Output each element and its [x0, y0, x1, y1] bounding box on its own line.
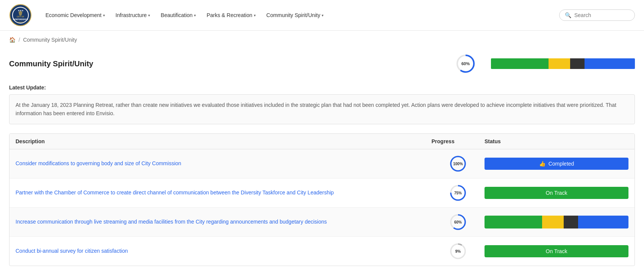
row-3-progress: 60% [431, 213, 485, 231]
row-3-status-button[interactable] [485, 216, 628, 228]
table-row: Increase communication through live stre… [9, 208, 635, 237]
breadcrumb-home[interactable]: 🏠 [9, 37, 16, 43]
row-1-description[interactable]: Consider modifications to governing body… [16, 160, 431, 167]
row-3-progress-label: 60% [454, 220, 462, 224]
table-row: Partner with the Chamber of Commerce to … [9, 178, 635, 208]
overall-donut-chart: 60% [455, 53, 476, 74]
mixed-seg-dark [564, 216, 578, 228]
legend-seg-green [491, 58, 549, 69]
initiatives-table: Description Progress Status Consider mod… [9, 133, 635, 266]
row-2-donut: 75% [449, 184, 467, 202]
page-title: Community Spirit/Unity [9, 59, 455, 68]
row-4-status-button[interactable]: On Track [485, 245, 628, 257]
row-4-progress-label: 9% [455, 249, 461, 253]
row-4-progress: 9% [431, 242, 485, 260]
page-title-row: Community Spirit/Unity 60% [9, 49, 635, 78]
svg-text:KANSAS: KANSAS [17, 21, 24, 23]
search-box[interactable]: 🔍 [559, 9, 635, 21]
chevron-down-icon: ▾ [194, 13, 196, 17]
table-row: Consider modifications to governing body… [9, 149, 635, 178]
overall-progress-label: 60% [461, 61, 470, 66]
update-label: Latest Update: [9, 85, 635, 91]
nav-community-spirit[interactable]: Community Spirit/Unity ▾ [262, 9, 328, 21]
search-input[interactable] [574, 12, 629, 18]
svg-text:CITY OF: CITY OF [17, 16, 24, 18]
update-text: At the January 18, 2023 Planning Retreat… [9, 94, 635, 124]
table-header: Description Progress Status [9, 134, 635, 149]
mixed-seg-blue [578, 216, 628, 228]
header: ★★★ CITY OF INDEPENDENCE KANSAS Economic… [0, 0, 644, 31]
breadcrumb: 🏠 / Community Spirit/Unity [0, 31, 644, 49]
row-2-status-button[interactable]: On Track [485, 187, 628, 199]
row-2-progress: 75% [431, 184, 485, 202]
legend-seg-dark [570, 58, 585, 69]
table-row: Conduct bi-annual survey for citizen sat… [9, 237, 635, 266]
legend-bar [491, 58, 635, 69]
update-section: Latest Update: At the January 18, 2023 P… [9, 85, 635, 124]
row-2-progress-label: 75% [454, 191, 462, 195]
col-progress: Progress [431, 138, 485, 144]
nav-economic-development[interactable]: Economic Development ▾ [41, 9, 109, 21]
breadcrumb-separator: / [19, 37, 20, 43]
legend-bar-container [491, 58, 635, 69]
chevron-down-icon: ▾ [103, 13, 105, 17]
row-1-status: 👍 Completed [485, 158, 628, 170]
row-4-status: On Track [485, 245, 628, 257]
legend-seg-yellow [549, 58, 570, 69]
chevron-down-icon: ▾ [254, 13, 256, 17]
row-3-donut: 60% [449, 213, 467, 231]
overall-progress-container: 60% [455, 53, 476, 74]
logo: ★★★ CITY OF INDEPENDENCE KANSAS [9, 4, 32, 27]
svg-text:INDEPENDENCE: INDEPENDENCE [13, 18, 28, 20]
row-1-progress-label: 100% [453, 161, 463, 166]
col-status: Status [485, 138, 628, 144]
row-2-status: On Track [485, 187, 628, 199]
mixed-seg-green [485, 216, 542, 228]
row-3-status [485, 216, 628, 228]
row-2-description[interactable]: Partner with the Chamber of Commerce to … [16, 189, 431, 197]
col-description: Description [16, 138, 431, 144]
row-3-description[interactable]: Increase communication through live stre… [16, 218, 431, 226]
row-1-progress: 100% [431, 155, 485, 173]
row-4-donut: 9% [449, 242, 467, 260]
nav-parks-recreation[interactable]: Parks & Recreation ▾ [202, 9, 260, 21]
main-nav: Economic Development ▾ Infrastructure ▾ … [41, 9, 559, 21]
nav-beautification[interactable]: Beautification ▾ [156, 9, 200, 21]
thumb-icon: 👍 [539, 161, 546, 167]
row-1-status-button[interactable]: 👍 Completed [485, 158, 628, 170]
search-icon: 🔍 [565, 12, 571, 18]
mixed-seg-yellow [542, 216, 564, 228]
row-4-description[interactable]: Conduct bi-annual survey for citizen sat… [16, 247, 431, 255]
legend-seg-blue [585, 58, 635, 69]
nav-infrastructure[interactable]: Infrastructure ▾ [111, 9, 155, 21]
row-1-donut: 100% [449, 155, 467, 173]
breadcrumb-current: Community Spirit/Unity [23, 37, 77, 43]
chevron-down-icon: ▾ [322, 13, 324, 17]
main-content: Community Spirit/Unity 60% Latest Update… [0, 49, 644, 275]
chevron-down-icon: ▾ [148, 13, 150, 17]
